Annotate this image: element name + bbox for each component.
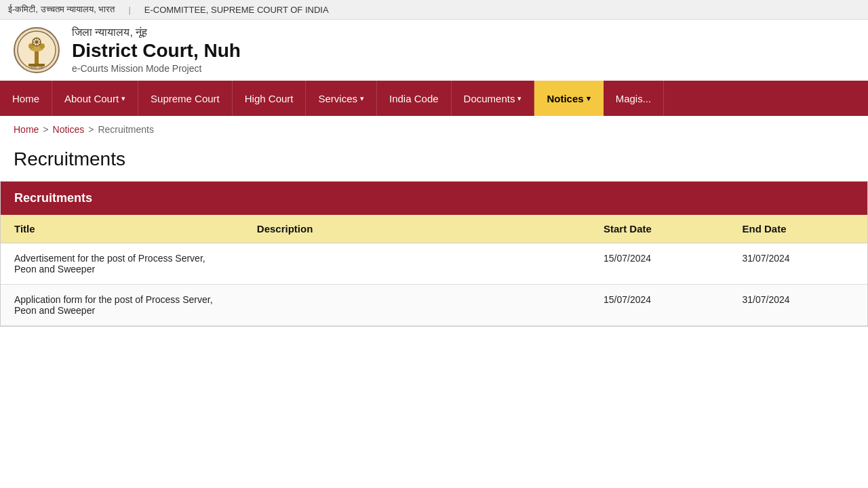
table-header-row: Title Description Start Date End Date [1, 215, 867, 243]
about-court-chevron-icon: ▾ [121, 94, 125, 103]
header-court-name: District Court, Nuh [72, 40, 241, 62]
cell-title: Application form for the post of Process… [1, 285, 243, 326]
table-section-header: Recruitments [1, 182, 867, 215]
cell-title: Advertisement for the post of Process Se… [1, 243, 243, 285]
nav-magistrate[interactable]: Magis... [604, 81, 665, 116]
cell-end-date: 31/07/2024 [729, 285, 868, 326]
col-header-description: Description [243, 215, 590, 243]
site-header: सत्यमेव जयते जिला न्यायालय, नूंह Distric… [0, 20, 868, 81]
col-header-title: Title [1, 215, 243, 243]
page-title-section: Recruitments [0, 143, 868, 181]
cell-end-date: 31/07/2024 [729, 243, 868, 285]
header-subtitle: e-Courts Mission Mode Project [72, 63, 241, 74]
page-title: Recruitments [14, 148, 854, 170]
table-row: Advertisement for the post of Process Se… [1, 243, 867, 285]
nav-documents[interactable]: Documents ▾ [452, 81, 535, 116]
nav-about-court[interactable]: About Court ▾ [52, 81, 138, 116]
breadcrumb: Home > Notices > Recruitments [0, 116, 868, 143]
breadcrumb-notices[interactable]: Notices [53, 124, 85, 135]
nav-notices[interactable]: Notices ▾ [534, 81, 603, 116]
cell-start-date: 15/07/2024 [590, 243, 728, 285]
nav-services[interactable]: Services ▾ [306, 81, 377, 116]
breadcrumb-sep-2: > [88, 124, 94, 135]
top-bar: ई-कमिटी, उच्चतम न्यायालय, भारत | E-COMMI… [0, 0, 868, 20]
svg-text:सत्यमेव जयते: सत्यमेव जयते [30, 66, 43, 69]
topbar-hindi: ई-कमिटी, उच्चतम न्यायालय, भारत [8, 4, 115, 15]
header-hindi-title: जिला न्यायालय, नूंह [72, 26, 241, 39]
nav-home[interactable]: Home [0, 81, 52, 116]
services-chevron-icon: ▾ [360, 94, 364, 103]
table-row: Application form for the post of Process… [1, 285, 867, 326]
col-header-start-date: Start Date [590, 215, 728, 243]
topbar-english: E-COMMITTEE, SUPREME COURT OF INDIA [144, 5, 329, 15]
cell-description [243, 285, 590, 326]
breadcrumb-current: Recruitments [98, 124, 153, 135]
emblem-logo: सत्यमेव जयते [14, 27, 60, 73]
cell-start-date: 15/07/2024 [590, 285, 728, 326]
col-header-end-date: End Date [729, 215, 868, 243]
cell-description [243, 243, 590, 285]
header-text-block: जिला न्यायालय, नूंह District Court, Nuh … [72, 26, 241, 74]
recruitments-table-section: Recruitments Title Description Start Dat… [0, 181, 868, 327]
notices-chevron-icon: ▾ [587, 94, 591, 103]
nav-supreme-court[interactable]: Supreme Court [138, 81, 233, 116]
topbar-divider: | [128, 5, 130, 15]
breadcrumb-sep-1: > [43, 124, 48, 135]
nav-india-code[interactable]: India Code [377, 81, 452, 116]
documents-chevron-icon: ▾ [517, 94, 521, 103]
recruitments-table: Title Description Start Date End Date Ad… [1, 215, 867, 326]
main-nav: Home About Court ▾ Supreme Court High Co… [0, 81, 868, 116]
svg-point-11 [35, 41, 38, 43]
breadcrumb-home[interactable]: Home [14, 124, 39, 135]
nav-high-court[interactable]: High Court [233, 81, 307, 116]
